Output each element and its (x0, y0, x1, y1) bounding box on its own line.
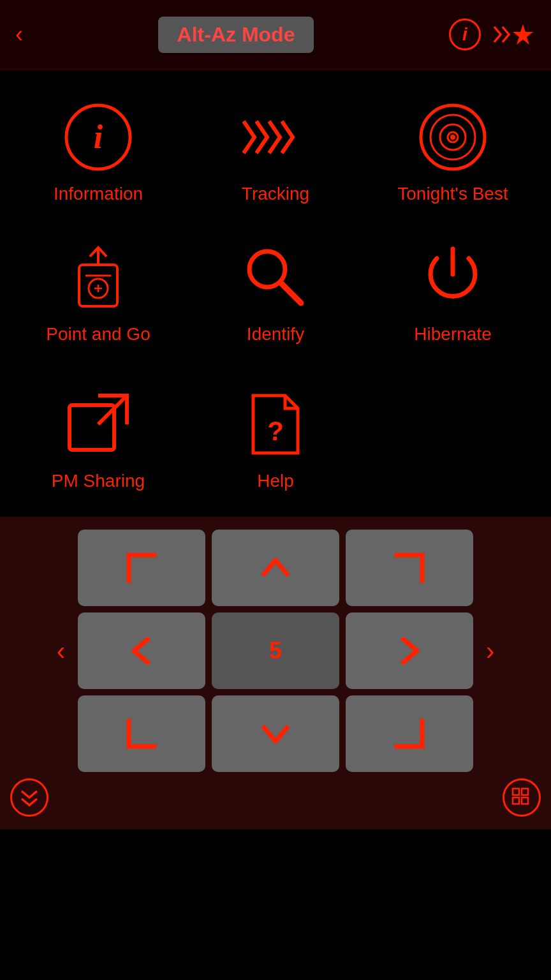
pm-sharing-icon (63, 389, 133, 459)
svg-rect-20 (522, 789, 528, 795)
help-icon: ? (240, 389, 311, 459)
svg-text:i: i (94, 119, 103, 155)
ctrl-bottom-right-button[interactable] (346, 695, 473, 772)
svg-rect-22 (522, 798, 528, 804)
hibernate-button[interactable]: Hibernate (367, 230, 538, 357)
top-right-corner-icon (390, 549, 429, 587)
tracking-label: Tracking (242, 184, 309, 204)
double-chevron-down-button[interactable] (10, 778, 48, 817)
svg-rect-16 (70, 405, 114, 450)
information-label: Information (54, 184, 143, 204)
svg-rect-21 (513, 798, 519, 804)
controller-panel: ‹ (0, 517, 551, 829)
mode-title-box: Alt-Az Mode (158, 17, 314, 53)
header-info-icon[interactable]: i (449, 19, 481, 50)
controller-next-button[interactable]: › (480, 630, 501, 672)
ctrl-left-button[interactable] (78, 612, 205, 689)
tonights-best-label: Tonight's Best (397, 184, 508, 204)
pm-sharing-button[interactable]: PM Sharing (13, 376, 184, 504)
main-grid: i Information Tracking Tonight's Best (0, 70, 551, 370)
tonights-best-button[interactable]: Tonight's Best (367, 89, 538, 217)
point-and-go-label: Point and Go (46, 324, 150, 345)
bottom-right-corner-icon (390, 715, 429, 753)
svg-point-7 (450, 135, 455, 140)
double-chevron-icon (18, 786, 41, 809)
svg-marker-0 (513, 24, 533, 45)
svg-text:?: ? (267, 416, 284, 446)
point-and-go-button[interactable]: Point and Go (13, 230, 184, 357)
ctrl-down-button[interactable] (212, 695, 339, 772)
top-left-corner-icon (122, 549, 161, 587)
hibernate-label: Hibernate (414, 324, 491, 345)
left-arrow-icon (122, 632, 161, 670)
point-and-go-icon (63, 242, 133, 313)
header-favorites-button[interactable] (491, 22, 536, 47)
info-letter: i (462, 24, 467, 45)
chevron-star-icon (491, 22, 536, 47)
controller-inner: ‹ (10, 530, 541, 772)
empty-cell (367, 376, 538, 504)
header-right: i (449, 19, 536, 50)
grid-view-button[interactable] (503, 778, 541, 817)
ctrl-speed-display: 5 (212, 612, 339, 689)
grid-view-icon (510, 786, 533, 809)
down-arrow-icon (256, 715, 295, 753)
up-arrow-icon (256, 549, 295, 587)
pm-sharing-label: PM Sharing (52, 471, 145, 491)
controller-grid: 5 (78, 530, 473, 772)
ctrl-top-left-button[interactable] (78, 530, 205, 606)
ctrl-right-button[interactable] (346, 612, 473, 689)
hibernate-icon (418, 242, 488, 313)
ctrl-bottom-left-button[interactable] (78, 695, 205, 772)
identify-button[interactable]: Identify (190, 230, 361, 357)
bottom-left-corner-icon (122, 715, 161, 753)
identify-label: Identify (247, 324, 304, 345)
help-label: Help (257, 471, 294, 491)
svg-line-15 (281, 283, 301, 303)
speed-value: 5 (269, 637, 282, 664)
information-icon: i (63, 102, 133, 172)
information-button[interactable]: i Information (13, 89, 184, 217)
help-button[interactable]: ? Help (190, 376, 361, 504)
controller-bottom-bar (10, 772, 541, 817)
right-arrow-icon (390, 632, 429, 670)
identify-icon (240, 242, 311, 313)
header: ‹ Alt-Az Mode i (0, 0, 551, 70)
ctrl-top-right-button[interactable] (346, 530, 473, 606)
controller-prev-button[interactable]: ‹ (50, 630, 71, 672)
back-button[interactable]: ‹ (15, 21, 23, 48)
svg-line-17 (98, 397, 126, 424)
svg-rect-19 (513, 789, 519, 795)
tracking-icon (240, 102, 311, 172)
tonights-best-icon (418, 102, 488, 172)
bottom-grid: PM Sharing ? Help (0, 370, 551, 517)
tracking-button[interactable]: Tracking (190, 89, 361, 217)
ctrl-up-button[interactable] (212, 530, 339, 606)
mode-title: Alt-Az Mode (177, 23, 295, 46)
